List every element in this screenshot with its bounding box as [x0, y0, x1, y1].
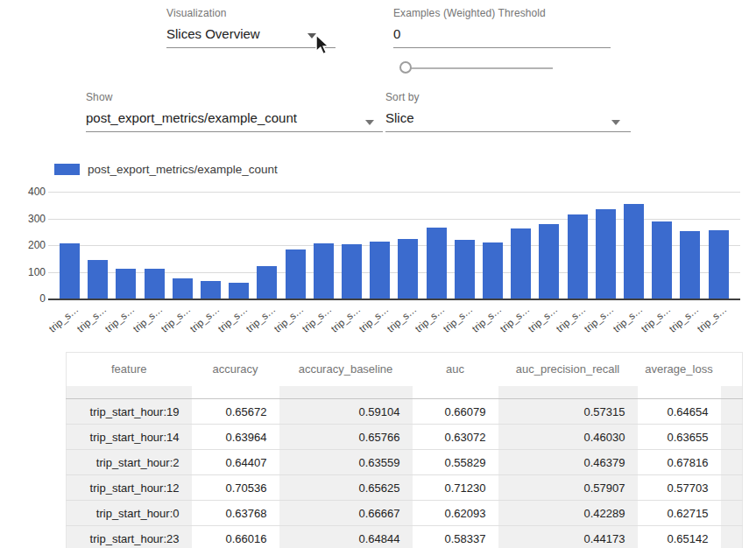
bar[interactable] — [173, 278, 193, 299]
bar[interactable] — [398, 239, 418, 299]
metric-cell: 0.63072 — [413, 425, 498, 450]
column-header-accuracy_baseline[interactable]: accuracy_baseline — [279, 353, 413, 386]
metric-cell: 0.67816 — [638, 450, 721, 475]
metrics-table: featureaccuracyaccuracy_baselineaucauc_p… — [66, 352, 743, 548]
threshold-slider[interactable] — [399, 61, 557, 75]
filter-cell[interactable] — [413, 386, 498, 399]
metric-cell: 0.71230 — [413, 475, 498, 501]
table-row: trip_start_hour:00.637680.666670.620930.… — [67, 501, 743, 526]
bar[interactable] — [596, 209, 616, 299]
partial-cell — [721, 399, 743, 425]
show-underline — [86, 131, 383, 132]
sort-by-label: Sort by — [385, 91, 631, 103]
partial-cell — [721, 450, 743, 475]
y-axis-label: 300 — [26, 213, 46, 225]
metric-cell: 0.58337 — [413, 526, 498, 548]
metric-cell: 0.46379 — [498, 450, 638, 475]
filter-cell[interactable] — [192, 386, 279, 399]
filter-cell[interactable] — [721, 386, 743, 399]
bar[interactable] — [427, 228, 447, 299]
partial-cell — [721, 501, 743, 526]
x-axis-line — [48, 299, 740, 300]
bar[interactable] — [511, 228, 531, 299]
bar[interactable] — [455, 240, 475, 299]
bar[interactable] — [88, 260, 108, 299]
bar[interactable] — [286, 249, 306, 299]
column-header-auc_precision_recall[interactable]: auc_precision_recall — [498, 353, 638, 386]
feature-cell: trip_start_hour:0 — [67, 501, 192, 526]
y-axis-label: 0 — [26, 292, 46, 305]
threshold-underline — [393, 47, 611, 48]
show-label: Show — [86, 91, 383, 103]
metric-cell: 0.57703 — [638, 475, 721, 501]
metric-cell: 0.57907 — [498, 475, 638, 501]
filter-cell[interactable] — [279, 386, 413, 399]
slider-track[interactable] — [406, 67, 553, 69]
feature-cell: trip_start_hour:2 — [67, 450, 192, 475]
metric-cell: 0.63964 — [192, 425, 279, 450]
column-header-average_loss[interactable]: average_loss — [638, 353, 721, 386]
metric-cell: 0.64407 — [192, 450, 279, 475]
slices-overview-panel: Visualization Slices Overview Examples (… — [0, 0, 756, 548]
metric-cell: 0.64654 — [638, 399, 721, 425]
metric-cell: 0.63768 — [192, 501, 279, 526]
bar[interactable] — [652, 221, 672, 299]
feature-cell: trip_start_hour:23 — [67, 526, 192, 548]
column-header-auc[interactable]: auc — [413, 353, 498, 386]
y-axis-label: 100 — [26, 266, 46, 278]
bar[interactable] — [568, 214, 588, 299]
bar[interactable] — [116, 269, 136, 299]
threshold-label: Examples (Weighted) Threshold — [393, 7, 611, 19]
bar[interactable] — [370, 242, 390, 299]
column-header-feature[interactable]: feature — [67, 353, 192, 386]
bar[interactable] — [60, 243, 80, 299]
chevron-down-icon[interactable] — [611, 120, 620, 125]
partial-cell — [721, 425, 743, 450]
bar[interactable] — [709, 230, 729, 299]
metric-cell: 0.63655 — [638, 425, 721, 450]
visualization-control: Visualization Slices Overview — [166, 7, 336, 48]
column-header-partial — [721, 353, 743, 386]
feature-cell: trip_start_hour:19 — [67, 399, 192, 425]
bar[interactable] — [624, 204, 644, 299]
show-dropdown[interactable]: post_export_metrics/example_count — [86, 110, 383, 125]
bar[interactable] — [680, 231, 700, 299]
filter-cell[interactable] — [67, 386, 192, 399]
bar[interactable] — [539, 224, 559, 299]
y-axis-label: 200 — [26, 239, 46, 251]
metric-cell: 0.65625 — [279, 475, 413, 501]
filter-cell[interactable] — [638, 386, 721, 399]
sort-by-control: Sort by Slice — [385, 91, 631, 132]
sort-by-dropdown[interactable]: Slice — [385, 110, 631, 125]
show-control: Show post_export_metrics/example_count — [86, 91, 383, 132]
filter-cell[interactable] — [498, 386, 638, 399]
bar[interactable] — [257, 266, 277, 299]
table-filter-row — [67, 386, 743, 399]
bar[interactable] — [229, 283, 249, 299]
slider-handle-icon[interactable] — [399, 61, 412, 74]
threshold-control: Examples (Weighted) Threshold 0 — [393, 7, 611, 48]
metric-cell: 0.55829 — [413, 450, 498, 475]
partial-cell — [721, 475, 743, 501]
y-axis-label: 400 — [26, 186, 46, 198]
bar-chart: 4003002001000trip_s…trip_s…trip_s…trip_s… — [26, 184, 749, 346]
legend-swatch — [54, 164, 80, 175]
chevron-down-icon[interactable] — [365, 120, 374, 125]
metric-cell: 0.65672 — [192, 399, 279, 425]
threshold-input[interactable]: 0 — [393, 26, 611, 41]
table-row: trip_start_hour:20.644070.635590.558290.… — [67, 450, 743, 475]
table-row: trip_start_hour:230.660160.648440.583370… — [67, 526, 743, 548]
metric-cell: 0.66016 — [192, 526, 279, 548]
metric-cell: 0.64844 — [279, 526, 413, 548]
bar[interactable] — [342, 244, 362, 299]
metric-cell: 0.46030 — [498, 425, 638, 450]
metric-cell: 0.66667 — [279, 501, 413, 526]
bar[interactable] — [201, 281, 221, 299]
bar[interactable] — [314, 243, 334, 299]
column-header-accuracy[interactable]: accuracy — [192, 353, 279, 386]
metric-cell: 0.66079 — [413, 399, 498, 425]
metric-cell: 0.44173 — [498, 526, 638, 548]
bar[interactable] — [145, 269, 165, 299]
bar[interactable] — [483, 242, 503, 299]
mouse-cursor-icon — [314, 34, 329, 60]
